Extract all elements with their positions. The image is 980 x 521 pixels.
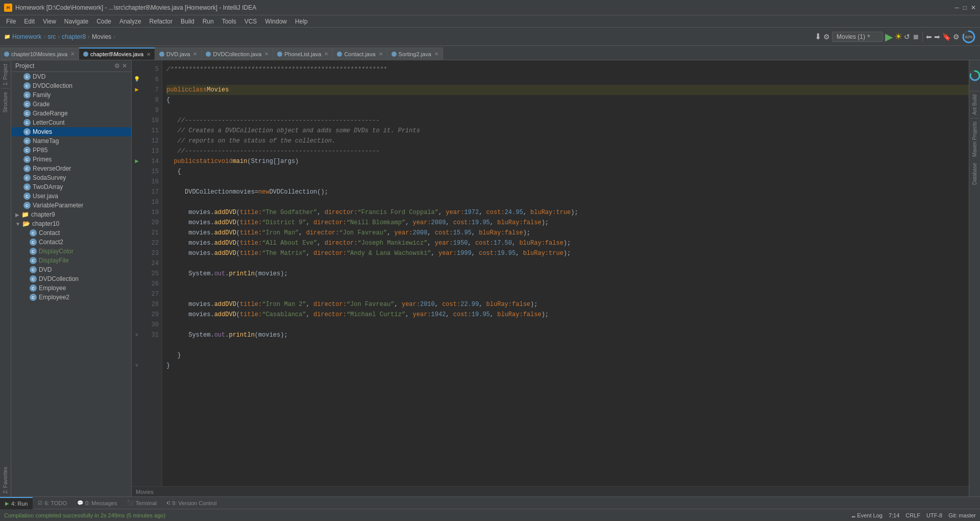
tab-close-icon[interactable]: ✕ — [193, 51, 197, 57]
menu-analyze[interactable]: Analyze — [115, 17, 145, 26]
sidebar-tab-project[interactable]: 1: Project — [1, 60, 10, 88]
tree-item-primes[interactable]: C Primes — [11, 155, 131, 164]
class-icon: C — [23, 119, 31, 126]
menu-code[interactable]: Code — [92, 17, 115, 26]
app-icon: H — [4, 4, 12, 12]
tree-item-sodasurvey[interactable]: C SodaSurvey — [11, 173, 131, 182]
tree-item-displaycolor[interactable]: C DisplayColor — [11, 247, 131, 256]
breadcrumb-homework[interactable]: Homework — [12, 33, 41, 40]
tab-dvdcollection[interactable]: DVDCollection.java ✕ — [202, 48, 273, 60]
panel-close[interactable]: ✕ — [122, 62, 127, 69]
menu-edit[interactable]: Edit — [20, 17, 39, 26]
menu-build[interactable]: Build — [177, 17, 199, 26]
sidebar-tab-database[interactable]: Database — [970, 160, 979, 188]
tree-item-displayfile[interactable]: C DisplayFile — [11, 256, 131, 265]
panel-options[interactable]: ⚙ — [114, 62, 120, 69]
menu-run[interactable]: Run — [199, 17, 218, 26]
tab-close-icon[interactable]: ✕ — [434, 51, 438, 57]
menu-view[interactable]: View — [39, 17, 60, 26]
tree-item-grade[interactable]: C Grade — [11, 100, 131, 109]
tab-close-icon[interactable]: ✕ — [379, 51, 383, 57]
tree-item-family[interactable]: C Family — [11, 90, 131, 100]
menu-refactor[interactable]: Refactor — [145, 17, 177, 26]
code-line-10: //--------------------------------------… — [166, 115, 969, 126]
tree-item-employee2[interactable]: C Employee2 — [11, 293, 131, 302]
maximize-button[interactable]: □ — [963, 4, 967, 11]
menu-window[interactable]: Window — [261, 17, 291, 26]
item-label: DVDCollection — [39, 275, 79, 282]
item-label: GradeRange — [33, 110, 68, 117]
code-line-22: movies.addDVD( title: “All About Eve”, d… — [166, 238, 969, 248]
minimize-button[interactable]: ─ — [954, 4, 959, 11]
tree-item-contact2[interactable]: C Contact2 — [11, 238, 131, 247]
tab-dvd[interactable]: DVD.java ✕ — [155, 48, 202, 60]
tree-item-pp85[interactable]: C PP85 — [11, 146, 131, 155]
code-line-16 — [166, 177, 969, 187]
code-line-5: /***************************************… — [166, 64, 969, 75]
bottom-tab-todo[interactable]: ☑ 6: TODO — [33, 497, 72, 509]
tree-item-dvd[interactable]: C DVD — [11, 72, 131, 81]
close-button[interactable]: ✕ — [971, 4, 976, 11]
breadcrumb-src[interactable]: src — [47, 33, 56, 40]
event-log[interactable]: ⑉ Event Log — [852, 512, 883, 518]
tree-item-chapter9[interactable]: ▶ 📁 chapter9 — [11, 210, 131, 219]
menu-tools[interactable]: Tools — [218, 17, 240, 26]
tab-close-icon[interactable]: ✕ — [324, 51, 328, 57]
tree-item-twodarray[interactable]: C TwoDArray — [11, 182, 131, 192]
tree-item-variableparameter[interactable]: C VariableParameter — [11, 201, 131, 210]
tab-chapter10-movies[interactable]: chapter10\Movies.java ✕ — [0, 48, 79, 60]
breadcrumb-chapter8[interactable]: chapter8 — [62, 33, 86, 40]
sidebar-tab-favorites[interactable]: 2: Favorites — [1, 464, 10, 496]
reload-button[interactable]: ↺ — [904, 33, 910, 41]
project-tree[interactable]: C DVD C DVDCollection C Family C Grade C… — [11, 72, 131, 496]
sidebar-tab-structure[interactable]: Structure — [1, 88, 10, 116]
bottom-tab-terminal[interactable]: ⬛ Terminal — [122, 497, 162, 509]
menu-navigate[interactable]: Navigate — [60, 17, 92, 26]
menu-vcs[interactable]: VCS — [240, 17, 261, 26]
tab-phonelist[interactable]: PhoneList.java ✕ — [273, 48, 333, 60]
tree-item-contact[interactable]: C Contact — [11, 228, 131, 238]
run-button[interactable]: ▶ — [885, 31, 893, 43]
tree-item-reverseorder[interactable]: C ReverseOrder — [11, 164, 131, 173]
bookmark-button[interactable]: 🔖 — [942, 33, 951, 41]
tab-close-icon[interactable]: ✕ — [146, 52, 151, 57]
tree-item-dvdcollection-ch10[interactable]: C DVDCollection — [11, 274, 131, 283]
code-area[interactable]: 💡 ▶ ▶ — [132, 60, 969, 486]
bottom-tab-messages[interactable]: 💬 0: Messages — [72, 497, 122, 509]
tab-label: Contact.java — [344, 51, 375, 57]
search-box[interactable]: Movies (1) ▼ — [832, 32, 883, 42]
stop-button[interactable]: ⏹ — [912, 33, 919, 41]
tree-item-employee[interactable]: C Employee — [11, 283, 131, 293]
tree-item-chapter10[interactable]: ▼ 📂 chapter10 — [11, 219, 131, 228]
dropdown-icon[interactable]: ▼ — [867, 34, 870, 39]
tab-chapter8-movies[interactable]: chapter8\Movies.java ✕ — [79, 48, 155, 60]
update-button[interactable]: ⬇ — [815, 32, 821, 41]
build-button[interactable]: ☀ — [895, 32, 902, 41]
tab-close-icon[interactable]: ✕ — [70, 51, 75, 57]
tree-item-nametag[interactable]: C NameTag — [11, 136, 131, 146]
class-icon: C — [30, 248, 37, 255]
code-content[interactable]: /***************************************… — [162, 60, 969, 486]
tab-contact[interactable]: Contact.java ✕ — [333, 48, 387, 60]
tree-item-user[interactable]: C User.java — [11, 192, 131, 201]
line-numbers: 5 6 7 8 9 10 11 12 13 14 15 16 17 18 19 … — [142, 60, 162, 486]
menu-help[interactable]: Help — [291, 17, 312, 26]
forward-button[interactable]: ➡ — [934, 33, 940, 41]
tree-item-lettercount[interactable]: C LetterCount — [11, 118, 131, 127]
tree-item-graderange[interactable]: C GradeRange — [11, 109, 131, 118]
sidebar-tab-ant-build[interactable]: Ant Build — [970, 91, 979, 118]
tab-close-icon[interactable]: ✕ — [264, 51, 268, 57]
footer-filename: Movies — [136, 489, 154, 495]
stack-button[interactable]: ⚙ — [823, 33, 830, 41]
tab-sorting2[interactable]: Sorting2.java ✕ — [387, 48, 443, 60]
tree-item-dvd-ch10[interactable]: C DVD — [11, 265, 131, 274]
settings-button[interactable]: ⚙ — [953, 33, 960, 41]
back-button[interactable]: ⬅ — [926, 33, 932, 41]
sidebar-tab-maven-projects[interactable]: Maven Projects — [970, 118, 979, 160]
git-branch[interactable]: Git: master — [948, 512, 976, 518]
tree-item-movies[interactable]: C Movies — [11, 127, 131, 136]
menu-file[interactable]: File — [2, 17, 20, 26]
bottom-tab-vcs[interactable]: ⑆ 9: Version Control — [162, 497, 222, 509]
bottom-tab-run[interactable]: ▶ 4: Run — [0, 497, 33, 509]
tree-item-dvdcollection[interactable]: C DVDCollection — [11, 81, 131, 90]
